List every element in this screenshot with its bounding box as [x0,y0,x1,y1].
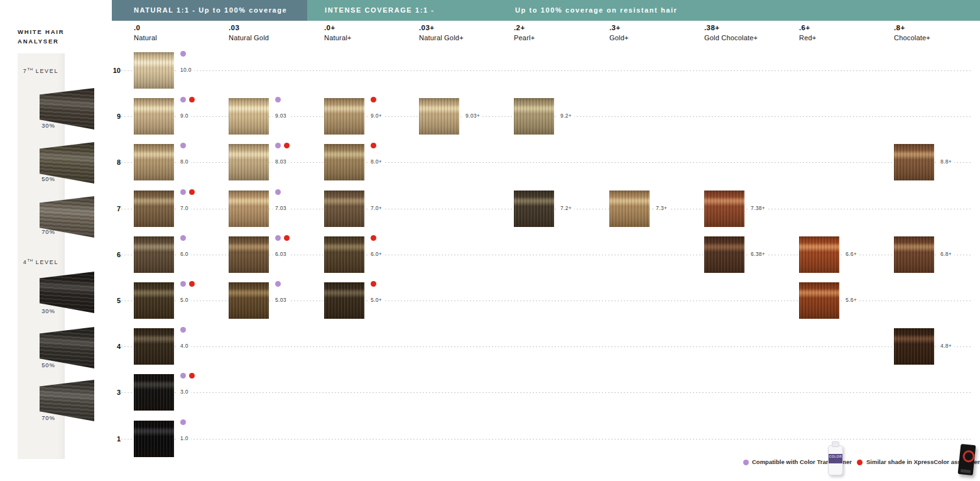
column-header-naturalplus: .0+Natural+ [324,24,351,41]
column-name: Gold+ [609,34,629,41]
xpress-dot [371,97,376,102]
shade-swatch-6-0 [134,236,174,273]
shade-label-7-0plus: 7.0+ [368,205,384,211]
transformer-dot [275,235,281,241]
shade-label-5-03: 5.03 [273,297,289,303]
shade-swatch-6-0plus [324,236,364,273]
level-number-7: 7 [101,205,121,213]
shade-swatch-4-8plus [894,328,934,365]
white-hair-pct-label: 30% [36,307,61,314]
intense-header-bar: INTENSE COVERAGE 1:1 - Up to 100% covera… [307,0,980,21]
shade-label-8-0: 8.0 [178,158,191,165]
column-name: Gold Chocolate+ [704,34,758,41]
shade-swatch-5-03 [229,282,269,319]
column-name: Chocolate+ [894,34,930,41]
level-number-4: 4 [101,343,121,350]
shade-label-6-03: 6.03 [273,251,289,257]
shade-swatch-4-0 [134,328,174,365]
white-hair-analyser-title: WHITE HAIR ANALYSER [18,28,87,46]
natural-header-label: NATURAL 1:1 - Up to 100% coverage [134,6,287,14]
shade-swatch-8-0plus [324,144,364,180]
column-header-natural-goldplus: .03+Natural Gold+ [419,24,464,41]
transformer-dot [180,97,186,102]
shade-swatch-6-8plus [894,236,934,273]
transformer-dot [275,189,281,195]
shade-label-9-03: 9.03 [273,113,289,119]
shade-label-9-0: 9.0 [178,113,191,119]
shade-label-8-8plus: 8.8+ [938,158,954,165]
shade-swatch-7-0 [134,191,174,227]
white-hair-pct-label: 50% [36,362,61,368]
column-header-natural: .0Natural [134,24,157,41]
xpress-dot [284,143,290,148]
column-header-pearlplus: .2+Pearl+ [514,24,535,41]
shade-swatch-7-38plus [704,191,744,227]
transformer-dot [180,51,186,57]
shade-swatch-6-6plus [799,236,839,273]
white-hair-pct-label: 30% [36,122,61,129]
xpress-dot [189,97,195,102]
transformer-dot [180,189,186,195]
transformer-dot [180,419,186,425]
column-name: Natural Gold+ [419,34,464,41]
shade-label-9-2plus: 9.2+ [558,113,574,119]
xpresscolor-tube-image [958,444,976,475]
transformer-legend-dot [743,460,749,465]
shade-label-10-0: 10.0 [178,67,194,73]
shade-label-6-0plus: 6.0+ [368,251,384,257]
shade-label-6-8plus: 6.8+ [938,251,954,257]
shade-swatch-8-8plus [894,144,934,180]
bottle-label: COLOR [829,454,842,463]
shade-label-5-6plus: 5.6+ [843,297,859,303]
column-name: Natural Gold [229,34,269,41]
tube-ring-icon [962,450,976,463]
shade-label-8-03: 8.03 [273,158,289,165]
xpress-dot [284,235,290,241]
natural-header-bar: NATURAL 1:1 - Up to 100% coverage [112,0,307,21]
xpress-dot [189,189,195,195]
column-code: .38+ [704,24,758,31]
shade-label-5-0: 5.0 [178,297,191,303]
column-header-redplus: .6+Red+ [799,24,816,41]
shade-label-8-0plus: 8.0+ [368,158,384,165]
shade-label-6-6plus: 6.6+ [843,251,859,257]
shade-label-7-0: 7.0 [178,205,191,211]
xpress-dot [371,143,376,148]
column-header-natural-gold: .03Natural Gold [229,24,269,41]
row-dotted-line-4 [121,346,971,347]
column-code: .2+ [514,24,535,31]
column-header-chocolateplus: .8+Chocolate+ [894,24,930,41]
shade-swatch-9-0 [134,98,174,135]
shade-swatch-5-6plus [799,282,839,319]
xpress-dot [371,235,376,241]
shade-swatch-9-2plus [514,98,554,135]
shade-swatch-6-03 [229,236,269,273]
column-name: Pearl+ [514,34,535,41]
column-code: .0+ [324,24,351,31]
shade-swatch-1-0 [134,421,174,457]
column-code: .3+ [609,24,629,31]
shade-label-1-0: 1.0 [178,435,191,441]
transformer-dot [275,143,281,148]
shade-label-4-0: 4.0 [178,343,191,349]
transformer-dot [180,143,186,148]
shade-swatch-9-0plus [324,98,364,135]
shade-swatch-3-0 [134,374,174,411]
level-number-8: 8 [101,158,121,166]
transformer-dot [275,281,281,287]
level-number-6: 6 [101,251,121,258]
color-transformer-bottle-image: COLOR [828,445,843,475]
level-number-1: 1 [101,435,121,443]
column-name: Red+ [799,34,816,41]
shade-swatch-6-38plus [704,236,744,273]
shade-label-3-0: 3.0 [178,389,191,395]
level-number-10: 10 [101,67,121,74]
shade-label-5-0plus: 5.0+ [368,297,384,303]
column-code: .03+ [419,24,464,31]
column-code: .03 [229,24,269,31]
transformer-dot [180,235,186,241]
column-code: .8+ [894,24,930,31]
shade-label-9-03plus: 9.03+ [463,113,482,119]
shade-label-4-8plus: 4.8+ [938,343,954,349]
column-name: Natural+ [324,34,351,41]
